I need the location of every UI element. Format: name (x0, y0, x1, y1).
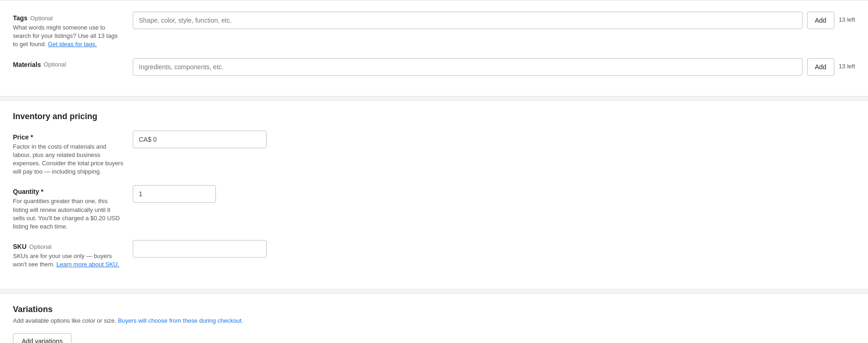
sku-input[interactable] (133, 240, 267, 258)
quantity-field-row: Quantity * For quantities greater than o… (13, 185, 855, 231)
tags-remaining: 13 left (839, 12, 855, 23)
price-description: Factor in the costs of materials and lab… (13, 143, 124, 176)
tags-input[interactable] (133, 12, 803, 29)
add-variations-button[interactable]: Add variations (13, 333, 71, 343)
variations-title: Variations (13, 305, 855, 314)
tags-input-col: Add 13 left (133, 12, 855, 29)
quantity-input[interactable] (133, 185, 216, 203)
price-label-group: Price * (13, 133, 124, 141)
price-field-row: Price * Factor in the costs of materials… (13, 131, 855, 176)
quantity-label-group: Quantity * (13, 188, 124, 195)
tags-label-group: Tags Optional (13, 14, 124, 22)
price-label: Price * (13, 133, 33, 141)
price-label-col: Price * Factor in the costs of materials… (13, 131, 133, 176)
tags-label: Tags (13, 14, 28, 22)
sku-label-col: SKU Optional SKUs are for your use only … (13, 240, 133, 269)
tags-link[interactable]: Get ideas for tags. (48, 41, 97, 48)
quantity-input-col (133, 185, 855, 203)
inventory-section: Inventory and pricing Price * Factor in … (0, 100, 868, 290)
tags-label-col: Tags Optional What words might someone u… (13, 12, 133, 49)
tags-description: What words might someone use to search f… (13, 24, 124, 49)
quantity-description: For quantities greater than one, this li… (13, 197, 124, 231)
tags-field-row: Tags Optional What words might someone u… (13, 12, 855, 49)
price-input[interactable] (133, 131, 267, 148)
tags-optional: Optional (30, 15, 53, 22)
materials-field-row: Materials Optional Add 13 left (13, 58, 855, 76)
price-input-col (133, 131, 855, 148)
materials-optional: Optional (44, 61, 66, 68)
sku-label-group: SKU Optional (13, 243, 124, 250)
sku-link[interactable]: Learn more about SKU. (56, 261, 119, 268)
sku-field-row: SKU Optional SKUs are for your use only … (13, 240, 855, 269)
materials-remaining: 13 left (839, 58, 855, 70)
tags-section: Tags Optional What words might someone u… (0, 0, 868, 96)
sku-description: SKUs are for your use only — buyers won'… (13, 252, 124, 269)
materials-label: Materials (13, 61, 41, 68)
materials-input-col: Add 13 left (133, 58, 855, 76)
inventory-title: Inventory and pricing (13, 112, 855, 121)
quantity-label-col: Quantity * For quantities greater than o… (13, 185, 133, 231)
sku-label: SKU (13, 243, 27, 250)
materials-label-group: Materials Optional (13, 61, 124, 68)
tags-add-button[interactable]: Add (807, 12, 834, 29)
sku-input-col (133, 240, 855, 258)
variations-checkout-link[interactable]: Buyers will choose from these during che… (118, 317, 244, 324)
quantity-label: Quantity * (13, 188, 43, 195)
variations-desc-text: Add available options like color or size… (13, 317, 116, 324)
materials-add-button[interactable]: Add (807, 58, 834, 76)
materials-label-col: Materials Optional (13, 58, 133, 68)
variations-section: Variations Add available options like co… (0, 293, 868, 343)
materials-input[interactable] (133, 58, 803, 76)
variations-description: Add available options like color or size… (13, 317, 855, 324)
sku-optional: Optional (30, 243, 52, 250)
